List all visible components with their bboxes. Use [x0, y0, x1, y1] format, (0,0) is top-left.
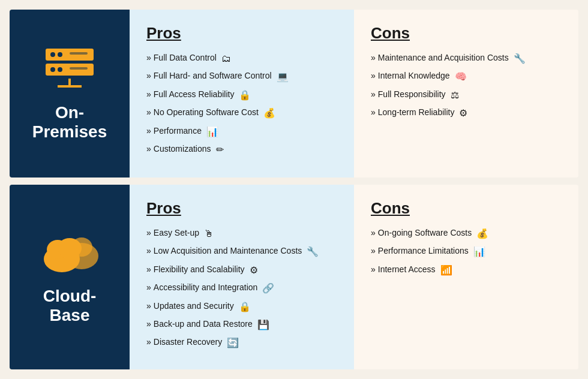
pros-panel-cloud-base: Pros» Easy Set-up 🖱» Low Acquisition and…	[130, 185, 354, 369]
row-on-premises: On- PremisesPros» Full Data Control 🗂» F…	[10, 10, 578, 178]
item-text: Back-up and Data Restore	[154, 318, 253, 330]
server-icon	[40, 46, 100, 94]
item-text: Disaster Recovery	[154, 336, 222, 348]
bullet-icon: »	[371, 89, 376, 101]
pros-heading-on-premises: Pros	[146, 24, 337, 43]
pros-list-cloud-base: » Easy Set-up 🖱» Low Acquisition and Mai…	[146, 227, 337, 350]
bullet-icon: »	[146, 227, 151, 239]
svg-point-14	[58, 238, 82, 258]
item-icon: 💻	[277, 70, 289, 83]
bullet-icon: »	[146, 318, 151, 330]
item-text: Low Acquisition and Maintenance Costs	[154, 245, 302, 257]
bullet-icon: »	[146, 125, 151, 137]
bullet-icon: »	[146, 52, 151, 64]
list-item: » No Operating Software Cost 💰	[146, 107, 337, 120]
cloud-base-title: Cloud- Base	[43, 287, 97, 325]
list-item: » Internet Access 📶	[371, 264, 562, 277]
item-icon: ⚖	[451, 89, 459, 102]
item-icon: 🔒	[239, 89, 251, 102]
bullet-icon: »	[371, 264, 376, 276]
cloud-icon	[37, 229, 103, 277]
item-text: Internal Knowledge	[378, 70, 450, 82]
left-panel-on-premises: On- Premises	[10, 10, 130, 178]
list-item: » Full Hard- and Software Control 💻	[146, 70, 337, 83]
svg-point-6	[58, 67, 62, 72]
bullet-icon: »	[146, 143, 151, 155]
item-icon: ⚙	[459, 107, 467, 120]
pros-heading-cloud-base: Pros	[146, 199, 337, 218]
list-item: » Easy Set-up 🖱	[146, 227, 337, 240]
cons-heading-cloud-base: Cons	[371, 199, 562, 218]
item-text: Full Access Reliability	[154, 89, 235, 101]
item-text: Easy Set-up	[154, 227, 199, 239]
item-icon: 📊	[473, 245, 485, 258]
bullet-icon: »	[146, 336, 151, 348]
item-icon: 🖱	[204, 227, 214, 240]
list-item: » Updates and Security 🔒	[146, 300, 337, 314]
item-text: On-going Software Costs	[378, 227, 472, 239]
item-icon: 📊	[206, 125, 218, 139]
cons-list-on-premises: » Maintenance and Acquisition Costs 🔧» I…	[371, 52, 562, 121]
list-item: » Flexibility and Scalability ⚙	[146, 264, 337, 277]
item-icon: 🔗	[262, 282, 274, 295]
svg-rect-7	[70, 67, 88, 70]
bullet-icon: »	[146, 245, 151, 257]
list-item: » Performance 📊	[146, 125, 337, 139]
bullet-icon: »	[371, 227, 376, 239]
item-text: Performance Limitations	[378, 245, 469, 257]
item-icon: 🔄	[227, 336, 239, 350]
item-icon: 🔧	[514, 52, 526, 65]
cons-list-cloud-base: » On-going Software Costs 💰» Performance…	[371, 227, 562, 277]
list-item: » Full Access Reliability 🔒	[146, 89, 337, 102]
pros-panel-on-premises: Pros» Full Data Control 🗂» Full Hard- an…	[130, 10, 354, 178]
on-premises-title: On- Premises	[32, 103, 107, 142]
item-text: Full Hard- and Software Control	[154, 70, 272, 82]
bullet-icon: »	[146, 89, 151, 101]
item-text: Flexibility and Scalability	[154, 264, 245, 276]
item-text: Accessibility and Integration	[154, 282, 258, 294]
list-item: » Performance Limitations 📊	[371, 245, 562, 258]
item-text: Customizations	[154, 143, 211, 155]
item-icon: 💰	[476, 227, 488, 240]
list-item: » Full Responsibility ⚖	[371, 89, 562, 102]
bullet-icon: »	[371, 245, 376, 257]
item-icon: 🔒	[239, 300, 251, 314]
bullet-icon: »	[146, 300, 151, 312]
item-text: Long-term Reliability	[378, 107, 455, 119]
bullet-icon: »	[371, 107, 376, 119]
svg-rect-3	[70, 52, 88, 55]
item-icon: 💰	[263, 107, 275, 120]
item-text: Maintenance and Acquisition Costs	[378, 52, 509, 64]
list-item: » Long-term Reliability ⚙	[371, 107, 562, 120]
left-panel-cloud-base: Cloud- Base	[10, 185, 130, 369]
svg-point-5	[50, 67, 55, 72]
item-text: Updates and Security	[154, 300, 234, 312]
list-item: » On-going Software Costs 💰	[371, 227, 562, 240]
bullet-icon: »	[371, 70, 376, 82]
item-icon: 🔧	[307, 245, 319, 258]
item-text: Full Responsibility	[378, 89, 446, 101]
bullet-icon: »	[146, 264, 151, 276]
cons-heading-on-premises: Cons	[371, 24, 562, 43]
bullet-icon: »	[146, 70, 151, 82]
item-icon: 🗂	[221, 52, 231, 65]
row-cloud-base: Cloud- BasePros» Easy Set-up 🖱» Low Acqu…	[10, 185, 578, 369]
item-icon: ✏	[216, 143, 224, 157]
list-item: » Accessibility and Integration 🔗	[146, 282, 337, 295]
list-item: » Maintenance and Acquisition Costs 🔧	[371, 52, 562, 65]
cons-panel-cloud-base: Cons» On-going Software Costs 💰» Perform…	[354, 185, 578, 369]
item-icon: 📶	[440, 264, 452, 277]
cons-panel-on-premises: Cons» Maintenance and Acquisition Costs …	[354, 10, 578, 178]
bullet-icon: »	[146, 282, 151, 294]
svg-point-1	[50, 52, 55, 57]
svg-point-2	[58, 52, 62, 57]
pros-list-on-premises: » Full Data Control 🗂» Full Hard- and So…	[146, 52, 337, 157]
item-text: Performance	[154, 125, 202, 137]
list-item: » Customizations ✏	[146, 143, 337, 157]
item-text: No Operating Software Cost	[154, 107, 259, 119]
item-icon: 💾	[257, 318, 269, 332]
item-text: Full Data Control	[154, 52, 217, 64]
list-item: » Low Acquisition and Maintenance Costs …	[146, 245, 337, 258]
list-item: » Full Data Control 🗂	[146, 52, 337, 65]
list-item: » Internal Knowledge 🧠	[371, 70, 562, 83]
